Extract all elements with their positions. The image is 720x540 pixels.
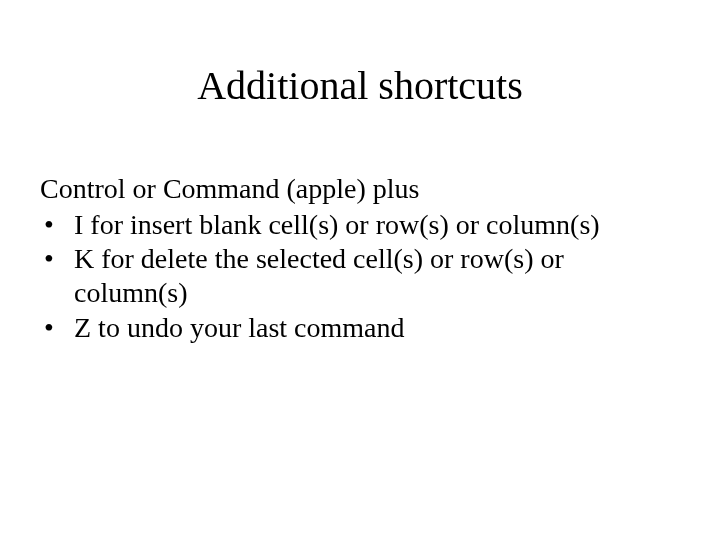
bullet-icon: • — [44, 311, 54, 345]
slide-title: Additional shortcuts — [0, 62, 720, 109]
bullet-icon: • — [44, 208, 54, 242]
bullet-icon: • — [44, 242, 54, 276]
list-item-text: Z to undo your last command — [74, 312, 405, 343]
slide-body: Control or Command (apple) plus • I for … — [40, 172, 660, 345]
bullet-list: • I for insert blank cell(s) or row(s) o… — [40, 208, 660, 345]
list-item-text: K for delete the selected cell(s) or row… — [74, 243, 564, 308]
slide: Additional shortcuts Control or Command … — [0, 0, 720, 540]
list-item-text: I for insert blank cell(s) or row(s) or … — [74, 209, 600, 240]
intro-text: Control or Command (apple) plus — [40, 172, 660, 206]
list-item: • K for delete the selected cell(s) or r… — [40, 242, 660, 310]
list-item: • I for insert blank cell(s) or row(s) o… — [40, 208, 660, 242]
list-item: • Z to undo your last command — [40, 311, 660, 345]
